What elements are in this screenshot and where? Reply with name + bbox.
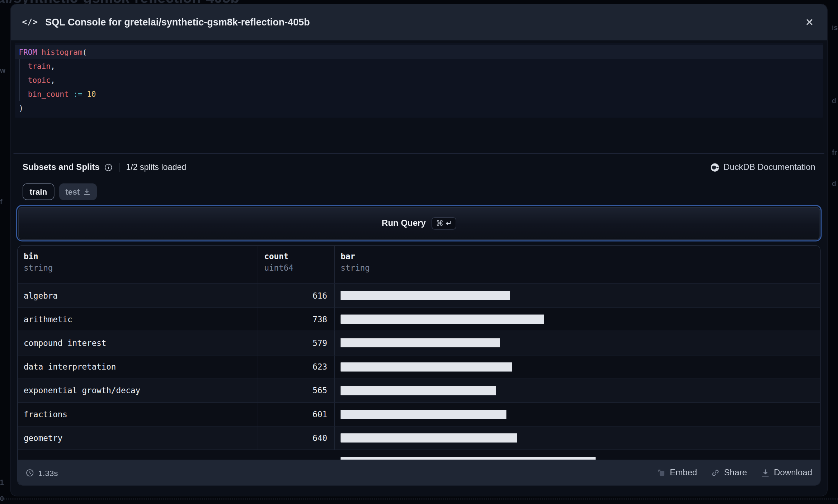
duckdb-logo-icon [710, 163, 719, 172]
cell-bar [335, 403, 820, 426]
subsets-section: Subsets and Splits 1/2 splits loaded Duc… [23, 161, 815, 173]
histogram-bar [341, 362, 513, 371]
cell-count: 579 [258, 332, 335, 355]
duckdb-docs-link[interactable]: DuckDB Documentation [710, 162, 815, 172]
split-chip-train[interactable]: train [23, 184, 54, 200]
execution-time-value: 1.33s [38, 468, 58, 477]
return-key-icon: ↵ [446, 219, 452, 227]
download-split-icon [84, 188, 91, 195]
info-icon[interactable] [104, 163, 113, 171]
download-icon [762, 469, 770, 477]
cell-bar [335, 308, 820, 331]
cell-count: 738 [258, 308, 335, 331]
close-icon[interactable]: ✕ [803, 15, 816, 29]
cell-bar [335, 332, 820, 355]
cell-count: 565 [258, 379, 335, 402]
cell-bin: exponential growth/decay [18, 379, 259, 402]
cell-bar [335, 450, 820, 460]
section-divider [14, 153, 825, 154]
share-button[interactable]: Share [712, 468, 747, 477]
histogram-bar [341, 315, 544, 324]
backdrop-text-fragment: f [0, 198, 3, 206]
table-row: data interpretation623 [18, 355, 820, 378]
backdrop-divider [0, 499, 838, 500]
code-line: ) [15, 101, 824, 115]
split-chip-test[interactable]: test [59, 184, 97, 200]
table-row [18, 450, 820, 460]
split-test-label: test [65, 187, 80, 196]
histogram-bar [341, 386, 496, 395]
sql-editor[interactable]: FROM histogram( train, topic, bin_count … [15, 43, 824, 118]
code-line: bin_count := 10 [15, 87, 824, 101]
vertical-separator [119, 163, 120, 172]
cell-bin: fractions [18, 403, 259, 426]
table-row: exponential growth/decay565 [18, 379, 820, 402]
footer-actions: Embed Share Download [658, 468, 812, 477]
table-row: fractions601 [18, 402, 820, 426]
results-table[interactable]: bin string count uint64 bar string algeb… [18, 246, 820, 460]
cell-count: 623 [258, 355, 335, 379]
cell-bar [335, 379, 820, 402]
sql-console-modal: </> SQL Console for gretelai/synthetic-g… [11, 4, 827, 496]
table-row: compound interest579 [18, 331, 820, 355]
histogram-bar [341, 291, 510, 300]
backdrop-text-fragment: d [832, 97, 836, 105]
page-root: ai/synthetic-gsm8k-reflection-405b isdfr… [0, 0, 838, 504]
backdrop-text-fragment: w [0, 66, 5, 75]
modal-title: SQL Console for gretelai/synthetic-gsm8k… [45, 16, 803, 28]
clock-icon [26, 469, 34, 477]
code-line: train, [15, 59, 824, 73]
backdrop-text-fragment: 0 [0, 495, 4, 503]
duckdb-docs-label: DuckDB Documentation [724, 162, 815, 172]
run-query-label: Run Query [382, 218, 426, 228]
cell-bin: data interpretation [18, 355, 259, 379]
backdrop-text-fragment: fr [832, 148, 837, 157]
download-button[interactable]: Download [762, 468, 812, 477]
cell-count: 601 [258, 403, 335, 426]
code-line: FROM histogram( [15, 45, 824, 59]
code-line: topic, [15, 73, 824, 87]
run-query-button-face: Run Query ⌘↵ [18, 207, 820, 240]
table-row: geometry640 [18, 426, 820, 450]
cell-count: 616 [258, 284, 335, 307]
backdrop-text-fragment: is [832, 24, 838, 32]
column-header-bar: bar string [335, 246, 820, 284]
indent-guide [19, 59, 20, 101]
splits-loaded-status: 1/2 splits loaded [126, 162, 186, 172]
table-row: algebra616 [18, 284, 820, 307]
cell-bar [335, 427, 820, 450]
embed-icon [658, 469, 666, 477]
backdrop-text-fragment: d [832, 180, 836, 188]
run-query-button[interactable]: Run Query ⌘↵ [16, 205, 822, 242]
histogram-bar [341, 338, 500, 348]
table-row: arithmetic738 [18, 307, 820, 331]
query-results-panel: bin string count uint64 bar string algeb… [17, 245, 821, 486]
cmd-key-icon: ⌘ [436, 219, 443, 227]
cell-bin: compound interest [18, 332, 259, 355]
subsets-title: Subsets and Splits [23, 162, 100, 172]
cell-bin: arithmetic [18, 308, 259, 331]
cell-bin: geometry [18, 427, 259, 450]
code-brackets-icon: </> [22, 17, 38, 27]
modal-header: </> SQL Console for gretelai/synthetic-g… [11, 4, 827, 41]
backdrop-text-fragment: 1 [0, 478, 4, 486]
cell-bar [335, 355, 820, 379]
cell-count: 640 [258, 427, 335, 450]
histogram-bar [341, 457, 596, 460]
keyboard-shortcut-badge: ⌘↵ [432, 217, 456, 229]
share-icon [712, 469, 720, 477]
table-header-row: bin string count uint64 bar string [18, 246, 820, 284]
histogram-bar [341, 410, 507, 419]
splits-row: train test [23, 184, 815, 200]
cell-bar [335, 284, 820, 307]
results-footer: 1.33s Embed Share [18, 460, 820, 485]
histogram-bar [341, 433, 517, 443]
cell-bin: algebra [18, 284, 259, 307]
split-train-label: train [30, 187, 47, 196]
execution-time: 1.33s [26, 468, 58, 477]
column-header-bin: bin string [18, 246, 259, 284]
column-header-count: count uint64 [258, 246, 335, 284]
embed-button[interactable]: Embed [658, 468, 697, 477]
